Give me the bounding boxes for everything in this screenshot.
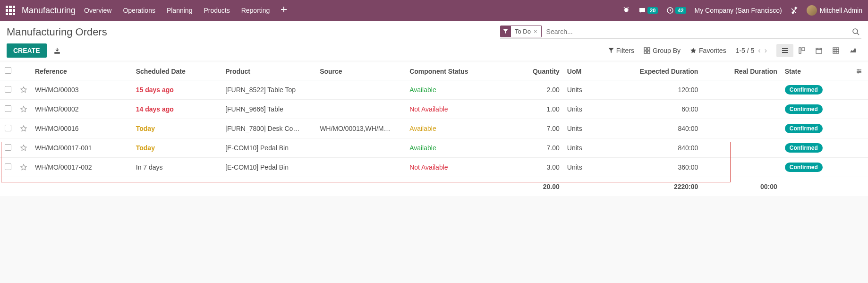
app-brand[interactable]: Manufacturing [22,6,76,16]
nav-menu-operations[interactable]: Operations [123,7,155,14]
favorites-label: Favorites [699,47,726,54]
cell-qty: 2.00 [510,80,563,100]
cell-expected: 360:00 [599,158,702,177]
cell-scheduled: 14 days ago [132,100,221,119]
table-row[interactable]: WH/MO/00002 14 days ago [FURN_9666] Tabl… [0,100,868,119]
table-row[interactable]: WH/MO/00003 15 days ago [FURN_8522] Tabl… [0,80,868,100]
row-checkbox[interactable] [5,105,11,112]
cell-component-status: Not Available [406,158,510,177]
svg-rect-6 [799,48,801,53]
cell-source [316,158,406,177]
star-icon[interactable] [16,80,31,100]
col-component-status[interactable]: Component Status [406,62,510,80]
activities-icon[interactable]: 42 [666,7,686,14]
col-quantity[interactable]: Quantity [510,62,563,80]
cell-source: WH/MO/00013,WH/M… [316,119,406,138]
settings-icon[interactable] [791,7,798,14]
cell-component-status: Not Available [406,100,510,119]
view-graph-icon[interactable] [844,44,861,57]
nav-menu-overview[interactable]: Overview [84,7,111,14]
table-row[interactable]: WH/MO/00017-002 In 7 days [E-COM10] Peda… [0,158,868,177]
table-row[interactable]: WH/MO/00016 Today [FURN_7800] Desk Co… W… [0,119,868,138]
cell-state: Confirmed [781,100,852,119]
total-expected: 2220:00 [599,177,702,197]
search-bar[interactable]: To Do × [500,26,861,39]
debug-icon[interactable] [622,7,630,14]
list-view: Reference Scheduled Date Product Source … [0,62,868,196]
cell-product: [E-COM10] Pedal Bin [221,138,316,158]
cell-product: [FURN_8522] Table Top [221,80,316,100]
adjust-columns-icon[interactable] [852,62,868,80]
col-product[interactable]: Product [221,62,316,80]
view-pivot-icon[interactable] [827,44,844,57]
cell-uom: Units [563,100,599,119]
cell-expected: 60:00 [599,100,702,119]
cell-component-status: Available [406,138,510,158]
company-switcher[interactable]: My Company (San Francisco) [695,7,782,14]
filters-label: Filters [616,47,634,54]
cell-qty: 7.00 [510,138,563,158]
star-icon[interactable] [16,158,31,177]
col-uom[interactable]: UoM [563,62,599,80]
col-expected[interactable]: Expected Duration [599,62,702,80]
table-row[interactable]: WH/MO/00017-001 Today [E-COM10] Pedal Bi… [0,138,868,158]
import-button[interactable] [53,47,61,54]
facet-remove[interactable]: × [534,28,537,35]
row-checkbox[interactable] [5,86,11,93]
view-kanban-icon[interactable] [793,44,810,57]
star-icon[interactable] [16,100,31,119]
search-input[interactable] [545,26,861,37]
groupby-button[interactable]: Group By [644,47,681,54]
nav-menu-products[interactable]: Products [204,7,230,14]
create-button[interactable]: CREATE [7,43,47,58]
col-source[interactable]: Source [316,62,406,80]
avatar [807,5,817,16]
total-qty: 20.00 [510,177,563,197]
cell-real [702,100,781,119]
select-all-checkbox[interactable] [5,67,11,74]
cell-qty: 3.00 [510,158,563,177]
col-state[interactable]: State [781,62,852,80]
nav-menu-add[interactable] [281,7,287,14]
cell-state: Confirmed [781,138,852,158]
filter-icon [500,27,511,36]
row-checkbox[interactable] [5,125,11,131]
cell-source [316,138,406,158]
apps-menu-icon[interactable] [6,6,15,15]
row-checkbox[interactable] [5,163,11,170]
messages-icon[interactable]: 20 [638,7,658,14]
cell-scheduled: Today [132,119,221,138]
cell-real [702,138,781,158]
pager-prev[interactable]: ‹ [758,46,760,55]
view-list-icon[interactable] [776,44,793,57]
cell-product: [FURN_7800] Desk Co… [221,119,316,138]
control-panel: Manufacturing Orders To Do × CREATE [0,21,868,60]
favorites-button[interactable]: Favorites [690,47,726,54]
cell-state: Confirmed [781,158,852,177]
cell-reference: WH/MO/00017-001 [31,138,132,158]
svg-rect-5 [647,51,650,53]
cell-real [702,158,781,177]
cell-reference: WH/MO/00016 [31,119,132,138]
star-icon[interactable] [16,119,31,138]
pager-next[interactable]: › [765,46,767,55]
col-reference[interactable]: Reference [31,62,132,80]
facet-label-text: To Do [515,28,531,35]
col-scheduled[interactable]: Scheduled Date [132,62,221,80]
filters-button[interactable]: Filters [608,47,634,54]
pager: 1-5 / 5 ‹ › [736,46,767,55]
view-calendar-icon[interactable] [810,44,827,57]
svg-point-10 [858,69,859,70]
cell-state: Confirmed [781,119,852,138]
cell-real [702,119,781,138]
nav-menu-reporting[interactable]: Reporting [241,7,270,14]
totals-row: 20.00 2220:00 00:00 [0,177,868,197]
user-menu[interactable]: Mitchell Admin [807,5,862,16]
search-icon[interactable] [852,28,859,35]
col-real[interactable]: Real Duration [702,62,781,80]
star-icon[interactable] [16,138,31,158]
nav-menu-planning[interactable]: Planning [167,7,193,14]
row-checkbox[interactable] [5,144,11,151]
svg-rect-7 [802,48,805,51]
user-name: Mitchell Admin [820,7,862,14]
